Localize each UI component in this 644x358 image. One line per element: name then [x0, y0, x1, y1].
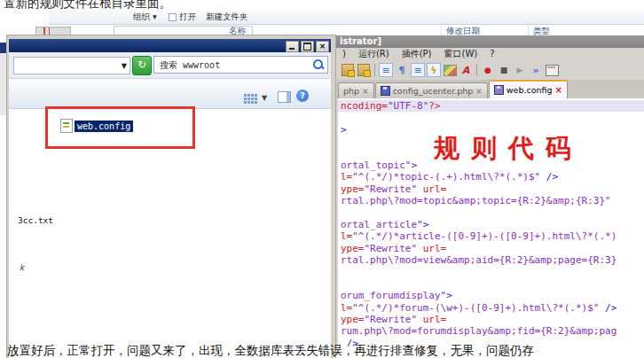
- tab-label: php: [343, 86, 359, 96]
- floppy-icon: [381, 86, 390, 96]
- explorer-window: × ▼ ↻ ▼ ? web.config 3cc.txt k: [7, 35, 335, 358]
- pilcrow-icon[interactable]: ¶: [395, 63, 409, 77]
- tab-config-ucenter-php[interactable]: config_ucenter.php×: [375, 82, 488, 98]
- views-grid-icon[interactable]: [244, 94, 247, 97]
- maximize-icon: [303, 43, 311, 51]
- code-line[interactable]: [338, 278, 644, 290]
- code-token: ortal_topic": [341, 160, 411, 171]
- code-line[interactable]: ype="Rewrite" url=: [338, 314, 644, 325]
- page-bottom-text: 放置好后，正常打开，问题又来了，出现，全数据库表丢失错误，再进行排查修复，无果，…: [7, 343, 534, 358]
- toolbar-separator: [374, 64, 375, 76]
- code-line[interactable]: [338, 112, 644, 123]
- explorer-titlebar[interactable]: ×: [9, 39, 331, 52]
- code-token: "Rewrite": [365, 183, 418, 195]
- column-separator: [441, 24, 442, 35]
- close-button[interactable]: ×: [316, 41, 329, 52]
- save-macro-icon[interactable]: [545, 63, 559, 77]
- function-list-icon[interactable]: A: [459, 63, 473, 77]
- code-line[interactable]: rtal.php\?mod=view&amp;aid={R:2}&amp;pag…: [338, 254, 644, 266]
- search-input[interactable]: [158, 58, 303, 74]
- minimize-icon: [289, 48, 295, 50]
- window-buttons: ×: [286, 41, 329, 52]
- code-line[interactable]: l="^(.*/)*forum-(\w+)-([0-9]+).html\?*(.…: [338, 302, 644, 314]
- menu-item-4[interactable]: ?: [483, 48, 500, 60]
- code-token: ype=: [341, 243, 365, 254]
- code-token: ?>: [428, 100, 440, 112]
- tab-web-config[interactable]: web.config×: [489, 80, 568, 98]
- close-icon[interactable]: ×: [362, 87, 369, 96]
- code-line[interactable]: l="^(.*/)*topic-(.+).html\?*(.*)$" />: [338, 171, 644, 183]
- stray-text-char: k: [20, 263, 24, 272]
- code-line[interactable]: [338, 266, 644, 277]
- code-token: ype=: [341, 314, 365, 325]
- run-multi-icon[interactable]: »: [529, 63, 543, 77]
- code-line[interactable]: rtal.php\?mod=topic&amp;topic={R:2}&amp;…: [338, 195, 644, 206]
- code-token: "^(.*/)*article-([0-9]+)-([0-9]+).html\?…: [352, 230, 617, 242]
- screenshot-root: 置新的规则文件在根目录里面。 放置好后，正常打开，问题又来了，出现，全数据库表丢…: [0, 0, 644, 358]
- save-icon[interactable]: [341, 63, 355, 77]
- word-wrap-icon[interactable]: ϟ: [427, 63, 441, 77]
- editor-tab-bar: php×config_ucenter.php×web.config×: [336, 80, 644, 98]
- address-combo[interactable]: ▼: [13, 57, 130, 74]
- code-token: l=: [341, 230, 352, 242]
- record-macro-icon[interactable]: ●: [481, 63, 495, 77]
- code-token: >: [411, 160, 417, 171]
- close-icon[interactable]: ×: [555, 85, 562, 95]
- menu-item-0[interactable]: ): [336, 48, 352, 60]
- tab-php[interactable]: php×: [338, 82, 374, 98]
- code-token: l=: [341, 302, 352, 314]
- maximize-button[interactable]: [301, 41, 314, 52]
- code-token: />: [540, 171, 558, 183]
- code-token: "^(.*/)*topic-(.+).html\?*(.*)$": [352, 171, 540, 183]
- code-line[interactable]: [338, 207, 644, 219]
- explorer-command-bar: ▼ ?: [9, 79, 331, 109]
- refresh-button[interactable]: ↻: [132, 56, 152, 75]
- code-token: >: [446, 290, 452, 301]
- indent-guide-icon[interactable]: ≡: [411, 63, 425, 77]
- help-icon[interactable]: ?: [296, 90, 309, 102]
- toolbar-separator: [476, 64, 477, 76]
- editor-menubar: )运行(R)插件(P)窗口(W)?: [336, 48, 644, 60]
- code-token: "Rewrite": [365, 243, 418, 254]
- play-macro-icon[interactable]: ▶: [513, 63, 527, 77]
- search-box: [153, 56, 328, 74]
- code-line[interactable]: ortal_article">: [338, 219, 644, 230]
- code-token: ortal_article": [341, 219, 423, 230]
- code-line[interactable]: rum.php\?mod=forumdisplay&amp;fid={R:2}&…: [338, 325, 644, 337]
- editor-titlebar[interactable]: istrator]: [336, 35, 644, 48]
- background-explorer-toolbar: 组织 ▾ 打开 新建文件夹: [49, 11, 644, 25]
- close-icon: ×: [319, 43, 326, 51]
- close-icon[interactable]: ×: [475, 87, 483, 96]
- syntax-image-icon[interactable]: [443, 63, 457, 77]
- code-line[interactable]: ype="Rewrite" url=: [338, 183, 644, 195]
- new-folder-button[interactable]: 新建文件夹: [206, 12, 248, 23]
- code-token: />: [599, 302, 617, 314]
- views-dropdown-icon[interactable]: ▼: [262, 94, 267, 102]
- organize-button[interactable]: 组织 ▾: [133, 12, 157, 23]
- code-token: "UTF-8": [388, 100, 428, 112]
- search-icon[interactable]: [313, 59, 324, 70]
- preview-pane-icon[interactable]: [278, 91, 291, 103]
- code-line[interactable]: l="^(.*/)*article-([0-9]+)-([0-9]+).html…: [338, 230, 644, 242]
- stop-macro-icon[interactable]: ■: [497, 63, 511, 77]
- menu-item-3[interactable]: 窗口(W): [438, 48, 484, 60]
- chevron-down-icon[interactable]: ▼: [122, 62, 127, 70]
- code-line[interactable]: ncoding="UTF-8"?>: [338, 100, 644, 112]
- minimize-button[interactable]: [286, 41, 299, 52]
- background-window-body-sliver: [0, 53, 6, 115]
- code-line[interactable]: orum_forumdisplay">: [338, 290, 644, 301]
- code-token: ype=: [341, 183, 365, 195]
- open-button[interactable]: 打开: [179, 12, 196, 23]
- menu-item-1[interactable]: 运行(R): [352, 48, 396, 60]
- code-token: l=: [341, 171, 352, 183]
- code-token: url=: [417, 243, 446, 254]
- show-symbols-icon[interactable]: ≡: [379, 63, 393, 77]
- column-separator: [528, 24, 529, 35]
- menu-item-2[interactable]: 插件(P): [396, 48, 438, 60]
- open-checkbox-icon[interactable]: [169, 13, 177, 21]
- save-all-icon[interactable]: [357, 63, 371, 77]
- code-token: >: [423, 219, 429, 230]
- stray-text-filename: 3cc.txt: [18, 215, 53, 225]
- code-line[interactable]: ype="Rewrite" url=: [338, 243, 644, 254]
- code-token: rtal.php\?mod=view&amp;aid={R:2}&amp;pag…: [341, 254, 617, 266]
